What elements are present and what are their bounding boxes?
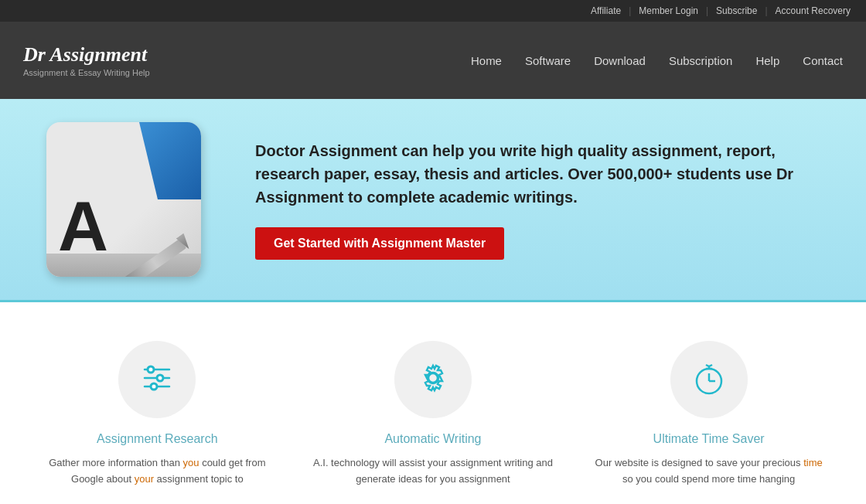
logo-subtitle: Assignment & Essay Writing Help bbox=[23, 68, 193, 77]
nav-software[interactable]: Software bbox=[525, 54, 571, 67]
hero-content: Doctor Assignment can help you write hig… bbox=[255, 139, 820, 260]
feature-title-1: Assignment Research bbox=[97, 432, 218, 446]
app-icon-blue-triangle bbox=[139, 122, 201, 199]
feature-icon-circle-2 bbox=[394, 341, 472, 418]
feature-desc-2: A.I. technology will assist your assignm… bbox=[313, 455, 553, 488]
app-icon-base bbox=[46, 254, 201, 277]
hero-icon: A bbox=[46, 122, 224, 277]
nav-subscription[interactable]: Subscription bbox=[669, 54, 733, 67]
nav-download[interactable]: Download bbox=[594, 54, 646, 67]
svg-line-14 bbox=[706, 365, 709, 366]
cta-button[interactable]: Get Started with Assignment Master bbox=[255, 227, 504, 260]
svg-point-3 bbox=[148, 366, 154, 373]
separator-2: | bbox=[706, 5, 708, 16]
account-recovery-link[interactable]: Account Recovery bbox=[776, 5, 851, 16]
svg-point-7 bbox=[428, 373, 438, 383]
clock-icon bbox=[689, 358, 729, 401]
nav-help[interactable]: Help bbox=[755, 54, 779, 67]
nav-contact[interactable]: Contact bbox=[803, 54, 843, 67]
subscribe-link[interactable]: Subscribe bbox=[716, 5, 757, 16]
hero-section: A Doctor Assignment can help you write h… bbox=[0, 99, 866, 302]
features-section: Assignment Research Gather more informat… bbox=[0, 302, 866, 504]
main-nav: Home Software Download Subscription Help… bbox=[193, 54, 843, 67]
hero-text: Doctor Assignment can help you write hig… bbox=[255, 139, 820, 209]
logo-area: Dr Assignment Assignment & Essay Writing… bbox=[23, 43, 193, 77]
logo-title[interactable]: Dr Assignment bbox=[23, 43, 193, 66]
sliders-icon bbox=[137, 358, 177, 401]
separator-3: | bbox=[765, 5, 767, 16]
affiliate-link[interactable]: Affiliate bbox=[591, 5, 621, 16]
gear-icon bbox=[413, 358, 453, 401]
svg-point-4 bbox=[157, 375, 163, 381]
feature-icon-circle-3 bbox=[670, 341, 748, 418]
feature-desc-1: Gather more information than you could g… bbox=[37, 455, 277, 488]
feature-title-3: Ultimate Time Saver bbox=[653, 432, 765, 446]
svg-point-5 bbox=[151, 383, 157, 390]
header: Dr Assignment Assignment & Essay Writing… bbox=[0, 22, 866, 99]
feature-desc-3: Our website is designed to save your pre… bbox=[589, 455, 829, 488]
feature-icon-circle-1 bbox=[118, 341, 196, 418]
feature-title-2: Automatic Writing bbox=[384, 432, 481, 446]
separator-1: | bbox=[629, 5, 631, 16]
nav-home[interactable]: Home bbox=[471, 54, 502, 67]
app-icon: A bbox=[46, 122, 201, 277]
feature-time-saver: Ultimate Time Saver Our website is desig… bbox=[589, 341, 829, 488]
svg-line-13 bbox=[709, 365, 712, 366]
top-bar: Affiliate | Member Login | Subscribe | A… bbox=[0, 0, 866, 22]
feature-automatic-writing: Automatic Writing A.I. technology will a… bbox=[313, 341, 553, 488]
feature-assignment-research: Assignment Research Gather more informat… bbox=[37, 341, 277, 488]
member-login-link[interactable]: Member Login bbox=[639, 5, 698, 16]
